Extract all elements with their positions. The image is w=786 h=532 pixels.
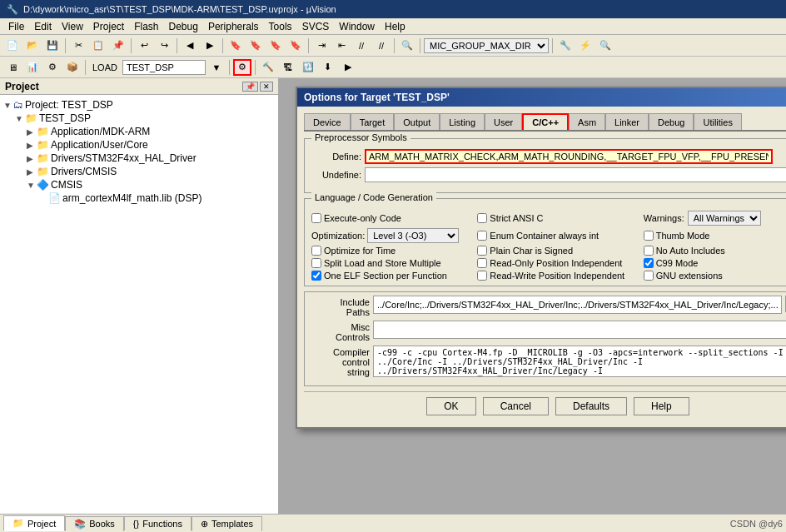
plain-char-cb[interactable] bbox=[477, 246, 487, 256]
books-icon: 📚 bbox=[74, 519, 86, 530]
bookmark3-btn[interactable]: 🔖 bbox=[266, 37, 285, 54]
extra-btn2[interactable]: ⚡ bbox=[576, 37, 594, 54]
menu-view[interactable]: View bbox=[57, 19, 88, 34]
split-load-cb[interactable] bbox=[311, 258, 321, 268]
uncomment-btn[interactable]: // bbox=[372, 37, 391, 54]
comment-btn[interactable]: // bbox=[352, 37, 371, 54]
copy-btn[interactable]: 📋 bbox=[89, 37, 107, 54]
tab-asm[interactable]: Asm bbox=[569, 113, 605, 130]
enum-container-cb[interactable] bbox=[477, 231, 487, 241]
execute-only-cb[interactable] bbox=[311, 213, 321, 223]
extra-btn1[interactable]: 🔧 bbox=[556, 37, 575, 54]
defaults-btn[interactable]: Defaults bbox=[555, 397, 627, 415]
read-only-cb[interactable] bbox=[477, 258, 487, 268]
menu-tools[interactable]: Tools bbox=[264, 19, 297, 34]
tb2-btn2[interactable]: 📊 bbox=[23, 59, 42, 76]
outdent-btn[interactable]: ⇤ bbox=[332, 37, 351, 54]
back-btn[interactable]: ◀ bbox=[181, 37, 199, 54]
one-elf-label: One ELF Section per Function bbox=[324, 271, 447, 281]
help-btn[interactable]: Help bbox=[634, 397, 689, 415]
load-btn[interactable]: LOAD bbox=[89, 59, 121, 76]
project-pin-btn[interactable]: 📌 bbox=[242, 82, 258, 92]
misc-controls-input[interactable] bbox=[373, 321, 786, 339]
tree-group-1[interactable]: ▶ 📁 Application/MDK-ARM bbox=[3, 125, 275, 138]
open-btn[interactable]: 📂 bbox=[23, 37, 42, 54]
cut-btn[interactable]: ✂ bbox=[69, 37, 87, 54]
tab-utilities[interactable]: Utilities bbox=[694, 113, 741, 130]
opt-time-cb[interactable] bbox=[311, 246, 321, 256]
gnu-ext-cb[interactable] bbox=[644, 271, 654, 281]
ok-btn[interactable]: OK bbox=[426, 397, 475, 415]
target-name-input[interactable] bbox=[122, 60, 206, 75]
target-btn[interactable]: ▼ bbox=[207, 59, 226, 76]
one-elf-cb[interactable] bbox=[311, 271, 321, 281]
tab-device[interactable]: Device bbox=[304, 113, 351, 130]
save-btn[interactable]: 💾 bbox=[43, 37, 62, 54]
sep5 bbox=[308, 38, 309, 53]
status-books-tab[interactable]: 📚 Books bbox=[65, 516, 124, 531]
undo-btn[interactable]: ↩ bbox=[135, 37, 153, 54]
define-input[interactable] bbox=[365, 149, 773, 164]
target-dropdown[interactable]: MIC_GROUP_MAX_DIR bbox=[424, 38, 549, 53]
tree-group-2[interactable]: ▶ 📁 Application/User/Core bbox=[3, 138, 275, 152]
tab-cpp[interactable]: C/C++ bbox=[522, 113, 569, 130]
bookmark4-btn[interactable]: 🔖 bbox=[286, 37, 305, 54]
menu-edit[interactable]: Edit bbox=[29, 19, 57, 34]
cancel-btn[interactable]: Cancel bbox=[483, 397, 549, 415]
optimization-row: Optimization: Level 3 (-O3) bbox=[311, 228, 472, 243]
download-btn[interactable]: ⬇ bbox=[319, 59, 337, 76]
tree-group-cmsis[interactable]: ▼ 🔷 CMSIS bbox=[3, 178, 275, 191]
tab-linker[interactable]: Linker bbox=[605, 113, 649, 130]
undefine-input[interactable] bbox=[365, 167, 786, 182]
search-btn[interactable]: 🔍 bbox=[398, 37, 416, 54]
tab-debug[interactable]: Debug bbox=[649, 113, 694, 130]
tb2-btn1[interactable]: 🖥 bbox=[3, 59, 22, 76]
compiler-ctrl-input[interactable]: -c99 -c -cpu Cortex-M4.fp -D__MICROLIB -… bbox=[373, 346, 786, 377]
status-functions-tab[interactable]: {} Functions bbox=[124, 516, 192, 530]
tab-user[interactable]: User bbox=[485, 113, 522, 130]
opt-select[interactable]: Level 3 (-O3) bbox=[367, 228, 459, 243]
project-close-btn[interactable]: ✕ bbox=[260, 82, 273, 92]
bookmark-btn[interactable]: 🔖 bbox=[226, 37, 245, 54]
tab-output[interactable]: Output bbox=[394, 113, 440, 130]
status-project-tab[interactable]: 📁 Project bbox=[3, 515, 65, 531]
menu-help[interactable]: Help bbox=[380, 19, 410, 34]
menu-debug[interactable]: Debug bbox=[164, 19, 203, 34]
menu-svcs[interactable]: SVCS bbox=[297, 19, 335, 34]
menu-peripherals[interactable]: Peripherals bbox=[203, 19, 264, 34]
build-btn[interactable]: 🏗 bbox=[279, 59, 297, 76]
tree-group-4[interactable]: ▶ 📁 Drivers/CMSIS bbox=[3, 165, 275, 178]
start-btn[interactable]: ▶ bbox=[339, 59, 357, 76]
fwd-btn[interactable]: ▶ bbox=[201, 37, 219, 54]
tab-listing[interactable]: Listing bbox=[440, 113, 485, 130]
c99-mode-cb[interactable] bbox=[644, 258, 654, 268]
include-paths-input[interactable] bbox=[373, 296, 782, 314]
menu-window[interactable]: Window bbox=[334, 19, 380, 34]
search2-btn[interactable]: 🔍 bbox=[596, 37, 614, 54]
menu-project[interactable]: Project bbox=[88, 19, 129, 34]
menu-file[interactable]: File bbox=[3, 19, 29, 34]
tb2-btn3[interactable]: ⚙ bbox=[43, 59, 62, 76]
new-btn[interactable]: 📄 bbox=[3, 37, 22, 54]
no-auto-includes-cb[interactable] bbox=[644, 246, 654, 256]
tree-group-3[interactable]: ▶ 📁 Drivers/STM32F4xx_HAL_Driver bbox=[3, 152, 275, 165]
compile-btn[interactable]: 🔨 bbox=[259, 59, 277, 76]
tree-target[interactable]: ▼ 📁 TEST_DSP bbox=[3, 112, 275, 125]
status-templates-tab[interactable]: ⊕ Templates bbox=[192, 516, 262, 531]
thumb-mode-cb[interactable] bbox=[644, 231, 654, 241]
rebuild-btn[interactable]: 🔃 bbox=[299, 59, 317, 76]
paste-btn[interactable]: 📌 bbox=[109, 37, 127, 54]
tb2-btn4[interactable]: 📦 bbox=[63, 59, 82, 76]
tree-file-dsp[interactable]: 📄 arm_cortexM4lf_math.lib (DSP) bbox=[3, 191, 275, 205]
read-write-cb[interactable] bbox=[477, 271, 487, 281]
bookmark2-btn[interactable]: 🔖 bbox=[246, 37, 265, 54]
indent-btn[interactable]: ⇥ bbox=[312, 37, 331, 54]
menu-flash[interactable]: Flash bbox=[129, 19, 163, 34]
strict-ansi-cb[interactable] bbox=[477, 213, 487, 223]
tree-project-root[interactable]: ▼ 🗂 Project: TEST_DSP bbox=[3, 98, 275, 112]
redo-btn[interactable]: ↪ bbox=[155, 37, 173, 54]
tab-target[interactable]: Target bbox=[351, 113, 395, 130]
options-btn[interactable]: ⚙ bbox=[233, 59, 251, 76]
warnings-select[interactable]: All Warnings bbox=[688, 211, 761, 226]
warnings-label: Warnings: bbox=[644, 213, 684, 223]
